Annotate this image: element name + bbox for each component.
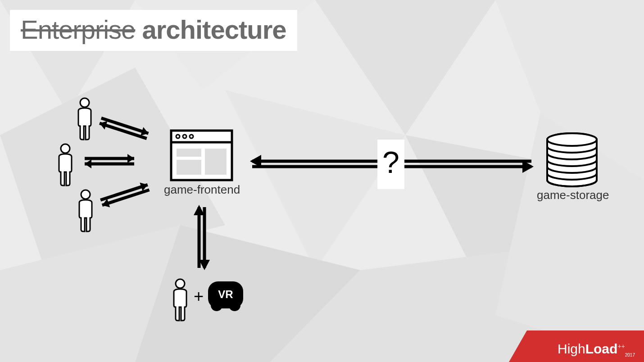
svg-point-30 bbox=[547, 133, 597, 146]
title-main: architecture bbox=[135, 15, 286, 44]
arrow-user1-frontend bbox=[98, 114, 150, 143]
svg-rect-23 bbox=[205, 149, 227, 175]
user-icon-1 bbox=[78, 98, 91, 140]
label-game-frontend: game-frontend bbox=[164, 183, 240, 197]
svg-rect-24 bbox=[177, 160, 201, 175]
plus-sign: + bbox=[194, 287, 204, 306]
logo-bold: Load bbox=[585, 341, 618, 356]
arrow-user3-frontend bbox=[99, 181, 151, 209]
question-mark: ? bbox=[377, 140, 404, 189]
game-frontend-icon bbox=[171, 131, 232, 180]
label-game-storage: game-storage bbox=[537, 188, 609, 202]
svg-rect-22 bbox=[177, 149, 201, 157]
vr-badge: VR bbox=[208, 281, 243, 308]
svg-marker-32 bbox=[194, 205, 204, 215]
logo-plusplus: ++ bbox=[617, 343, 625, 350]
user-icon-vr bbox=[174, 279, 186, 321]
arrow-user2-frontend bbox=[85, 154, 134, 168]
svg-marker-34 bbox=[199, 260, 210, 270]
slide-title: Enterprise architecture bbox=[10, 10, 297, 51]
game-storage-icon bbox=[547, 133, 597, 186]
arrow-frontend-vr bbox=[194, 205, 210, 270]
diagram-canvas bbox=[0, 0, 644, 362]
logo-light: High bbox=[558, 341, 585, 356]
user-icon-3 bbox=[79, 190, 92, 231]
highload-logo: HighLoad++2017 bbox=[558, 341, 635, 357]
user-icon-2 bbox=[59, 144, 72, 186]
logo-year: 2017 bbox=[625, 353, 635, 357]
title-strike: Enterprise bbox=[21, 15, 135, 44]
